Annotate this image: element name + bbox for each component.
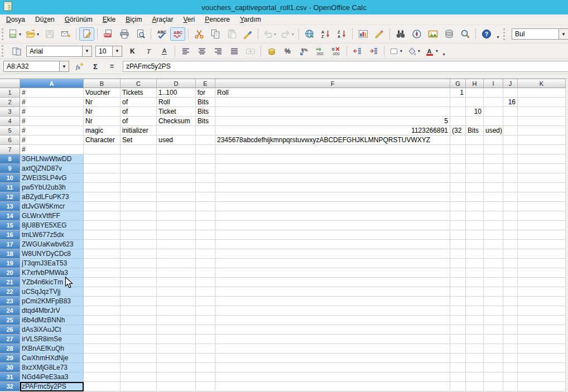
cell-E11[interactable] xyxy=(196,183,215,192)
cell-D5[interactable] xyxy=(157,126,196,135)
row-header-13[interactable]: 13 xyxy=(0,202,20,211)
cell-I1[interactable] xyxy=(484,88,503,98)
cell-E22[interactable] xyxy=(196,287,215,297)
cell-H14[interactable] xyxy=(466,211,484,221)
cell-C10[interactable] xyxy=(121,173,157,183)
cell-G21[interactable] xyxy=(450,278,466,287)
cell-F8[interactable] xyxy=(215,154,450,164)
cell-E19[interactable] xyxy=(196,259,215,268)
italic-button[interactable]: T xyxy=(141,45,156,57)
cell-J10[interactable] xyxy=(503,173,518,183)
cell-J31[interactable] xyxy=(503,372,518,382)
cell-H18[interactable] xyxy=(466,249,484,259)
cell-D2[interactable]: Roll xyxy=(157,98,196,107)
cell-A12[interactable]: aBZydLFuPK73 xyxy=(20,192,84,202)
cell-J9[interactable] xyxy=(503,164,518,173)
cell-B14[interactable] xyxy=(84,211,121,221)
cell-E13[interactable] xyxy=(196,202,215,211)
row-header-32[interactable]: 32 xyxy=(0,382,20,391)
cell-J15[interactable] xyxy=(503,221,518,230)
cell-C32[interactable] xyxy=(121,382,157,391)
sort-descending-button[interactable]: ZA xyxy=(334,27,349,41)
cell-F7[interactable] xyxy=(215,145,450,154)
cell-D7[interactable] xyxy=(157,145,196,154)
row-header-15[interactable]: 15 xyxy=(0,221,20,230)
cell-H31[interactable] xyxy=(466,372,484,382)
cell-K17[interactable] xyxy=(518,240,566,249)
cell-K5[interactable] xyxy=(518,126,566,135)
cell-H21[interactable] xyxy=(466,278,484,287)
cell-C8[interactable] xyxy=(121,154,157,164)
cell-D18[interactable] xyxy=(157,249,196,259)
cell-B5[interactable]: magic xyxy=(84,126,121,135)
cell-H20[interactable] xyxy=(466,268,484,278)
row-header-7[interactable]: 7 xyxy=(0,145,20,154)
column-header-E[interactable]: E xyxy=(196,79,215,88)
cell-G14[interactable] xyxy=(450,211,466,221)
cell-E9[interactable] xyxy=(196,164,215,173)
cell-C25[interactable] xyxy=(121,316,157,325)
cell-B24[interactable] xyxy=(84,306,121,316)
cell-F11[interactable] xyxy=(215,183,450,192)
cell-A7[interactable]: # xyxy=(20,145,84,154)
cell-I30[interactable] xyxy=(484,363,503,372)
cell-J12[interactable] xyxy=(503,192,518,202)
cell-H15[interactable] xyxy=(466,221,484,230)
cell-I21[interactable] xyxy=(484,278,503,287)
cell-B16[interactable] xyxy=(84,230,121,240)
cell-F21[interactable] xyxy=(215,278,450,287)
cell-G5[interactable]: (32 xyxy=(450,126,466,135)
cell-B27[interactable] xyxy=(84,335,121,344)
cell-I10[interactable] xyxy=(484,173,503,183)
row-header-20[interactable]: 20 xyxy=(0,268,20,278)
row-header-28[interactable]: 28 xyxy=(0,344,20,354)
decrease-indent-button[interactable] xyxy=(350,45,365,57)
cell-D16[interactable] xyxy=(157,230,196,240)
dropdown-arrow-icon[interactable]: ▾ xyxy=(37,32,39,37)
cell-J2[interactable]: 16 xyxy=(503,98,518,107)
cell-G18[interactable] xyxy=(450,249,466,259)
cell-B31[interactable] xyxy=(84,372,121,382)
cell-H1[interactable] xyxy=(466,88,484,98)
underline-button[interactable]: A xyxy=(157,45,172,57)
cell-H10[interactable] xyxy=(466,173,484,183)
cell-I27[interactable] xyxy=(484,335,503,344)
cell-H26[interactable] xyxy=(466,325,484,335)
cell-A17[interactable]: ZWGUaKwbv623 xyxy=(20,240,84,249)
cell-G29[interactable] xyxy=(450,354,466,363)
cell-F12[interactable] xyxy=(215,192,450,202)
cell-K7[interactable] xyxy=(518,145,566,154)
cell-B7[interactable] xyxy=(84,145,121,154)
cell-H28[interactable] xyxy=(466,344,484,354)
cell-A32[interactable]: zPAFmc5y2PS xyxy=(20,382,84,391)
cell-B13[interactable] xyxy=(84,202,121,211)
name-box[interactable]: ▼ xyxy=(3,61,69,72)
find-combobox[interactable]: ▼ xyxy=(512,28,568,40)
cell-D12[interactable] xyxy=(157,192,196,202)
cell-C16[interactable] xyxy=(121,230,157,240)
sort-ascending-button[interactable]: AZ xyxy=(318,27,333,41)
cell-G2[interactable] xyxy=(450,98,466,107)
cell-H30[interactable] xyxy=(466,363,484,372)
cell-B17[interactable] xyxy=(84,240,121,249)
row-header-16[interactable]: 16 xyxy=(0,230,20,240)
cell-C27[interactable] xyxy=(121,335,157,344)
cell-K10[interactable] xyxy=(518,173,566,183)
cell-A21[interactable]: YZb4n6kicTm xyxy=(20,278,84,287)
row-header-26[interactable]: 26 xyxy=(0,325,20,335)
cell-K2[interactable] xyxy=(518,98,566,107)
cell-J4[interactable] xyxy=(503,117,518,126)
cell-C28[interactable] xyxy=(121,344,157,354)
cell-B11[interactable] xyxy=(84,183,121,192)
row-header-30[interactable]: 30 xyxy=(0,363,20,372)
row-header-6[interactable]: 6 xyxy=(0,135,20,145)
cell-G28[interactable] xyxy=(450,344,466,354)
cell-I29[interactable] xyxy=(484,354,503,363)
cell-G6[interactable] xyxy=(450,135,466,145)
cell-H13[interactable] xyxy=(466,202,484,211)
cell-H22[interactable] xyxy=(466,287,484,297)
cell-I4[interactable] xyxy=(484,117,503,126)
cell-C3[interactable]: of xyxy=(121,107,157,117)
toolbar-overflow-button[interactable]: ▾ xyxy=(440,45,447,58)
cell-K12[interactable] xyxy=(518,192,566,202)
